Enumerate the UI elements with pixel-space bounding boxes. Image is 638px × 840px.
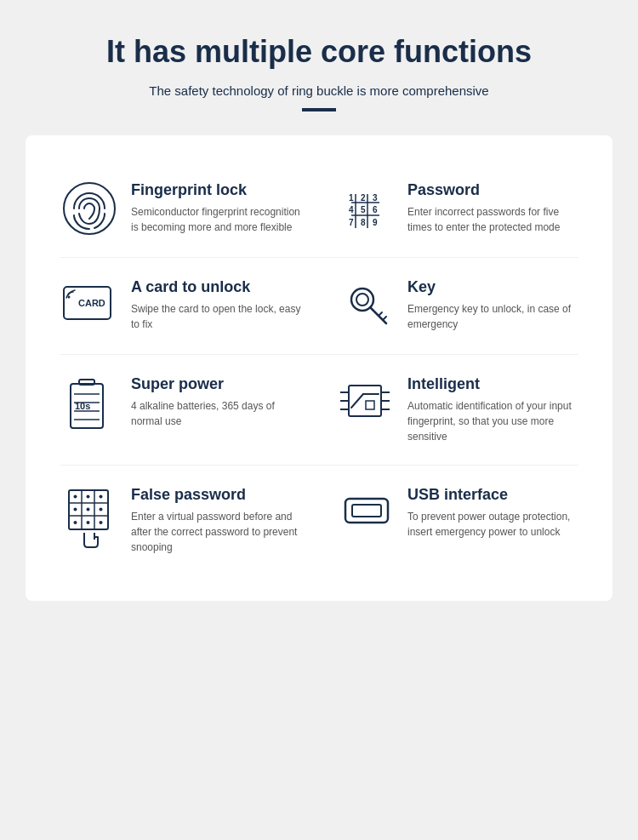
svg-text:6: 6 [373, 205, 378, 214]
feature-card: CARD A card to unlock Swipe the card to … [43, 258, 319, 354]
svg-text:3: 3 [373, 193, 378, 203]
feature-usb: USB interface To prevent power outage pr… [319, 466, 595, 575]
usb-text: USB interface To prevent power outage pr… [407, 486, 578, 540]
intelligent-title: Intelligent [407, 375, 578, 393]
svg-text:7: 7 [349, 218, 354, 227]
features-card: Fingerprint lock Semiconductor fingerpri… [26, 135, 612, 601]
feature-password: 1 2 3 4 5 6 7 8 9 Password Enter incorre… [319, 161, 595, 257]
intelligent-icon [336, 375, 396, 426]
super-power-text: Super power 4 alkaline batteries, 365 da… [131, 375, 302, 429]
svg-point-46 [99, 495, 102, 499]
card-text: A card to unlock Swipe the card to open … [131, 278, 302, 332]
feature-key: Key Emergency key to unlock, in case of … [319, 258, 595, 354]
svg-point-47 [73, 508, 77, 511]
feature-intelligent: Intelligent Automatic identification of … [319, 355, 595, 465]
card-title: A card to unlock [131, 278, 302, 296]
super-power-icon: 10s [60, 375, 119, 435]
svg-line-20 [379, 312, 382, 316]
fingerprint-text: Fingerprint lock Semiconductor fingerpri… [131, 181, 302, 235]
fingerprint-icon [60, 181, 119, 237]
svg-text:5: 5 [361, 205, 366, 214]
super-power-desc: 4 alkaline batteries, 365 days of normal… [131, 398, 302, 429]
super-power-title: Super power [131, 375, 302, 393]
svg-point-48 [86, 508, 89, 511]
features-grid: Fingerprint lock Semiconductor fingerpri… [43, 161, 595, 575]
svg-point-50 [73, 521, 77, 524]
key-icon [336, 278, 396, 334]
feature-fingerprint: Fingerprint lock Semiconductor fingerpri… [43, 161, 319, 257]
svg-rect-38 [366, 401, 374, 409]
fingerprint-desc: Semiconductor fingerprint recognition is… [131, 204, 302, 235]
svg-text:2: 2 [361, 193, 366, 203]
page-wrapper: It has multiple core functions The safet… [0, 0, 638, 635]
key-title: Key [407, 278, 578, 296]
svg-text:8: 8 [361, 218, 366, 227]
password-desc: Enter incorrect passwords for five times… [407, 204, 578, 235]
usb-desc: To prevent power outage protection, inse… [407, 509, 578, 540]
intelligent-desc: Automatic identification of your input f… [407, 398, 578, 444]
svg-rect-23 [79, 380, 94, 385]
svg-point-15 [68, 296, 71, 299]
svg-text:CARD: CARD [78, 298, 105, 308]
svg-point-52 [99, 521, 102, 524]
feature-false-password: False password Enter a virtual password … [43, 466, 319, 575]
svg-point-44 [73, 495, 77, 499]
usb-icon [336, 486, 396, 533]
feature-super-power: 10s Super power 4 alkaline batteries, 36… [43, 355, 319, 465]
svg-point-49 [99, 508, 102, 511]
key-text: Key Emergency key to unlock, in case of … [407, 278, 578, 332]
usb-title: USB interface [407, 486, 578, 504]
svg-text:9: 9 [373, 218, 378, 227]
intelligent-text: Intelligent Automatic identification of … [407, 375, 578, 444]
false-password-title: False password [131, 486, 302, 504]
false-password-text: False password Enter a virtual password … [131, 486, 302, 555]
false-password-icon [60, 486, 119, 550]
card-icon: CARD [60, 278, 119, 329]
false-password-desc: Enter a virtual password before and afte… [131, 509, 302, 555]
fingerprint-title: Fingerprint lock [131, 181, 302, 199]
subtitle: The safety technology of ring buckle is … [26, 83, 612, 98]
password-text: Password Enter incorrect passwords for f… [407, 181, 578, 235]
main-title: It has multiple core functions [26, 34, 612, 70]
key-desc: Emergency key to unlock, in case of emer… [407, 301, 578, 332]
svg-text:1: 1 [349, 193, 354, 203]
svg-text:4: 4 [349, 205, 354, 214]
password-title: Password [407, 181, 578, 199]
svg-rect-29 [349, 386, 381, 416]
svg-point-45 [86, 495, 89, 499]
svg-line-21 [383, 317, 386, 320]
card-desc: Swipe the card to open the lock, easy to… [131, 301, 302, 332]
password-icon: 1 2 3 4 5 6 7 8 9 [336, 181, 396, 237]
svg-point-18 [356, 294, 368, 306]
svg-text:10s: 10s [75, 401, 90, 411]
svg-point-51 [86, 521, 89, 524]
divider [302, 108, 336, 111]
svg-point-0 [64, 183, 115, 234]
svg-line-36 [351, 394, 363, 408]
svg-rect-55 [352, 505, 381, 517]
